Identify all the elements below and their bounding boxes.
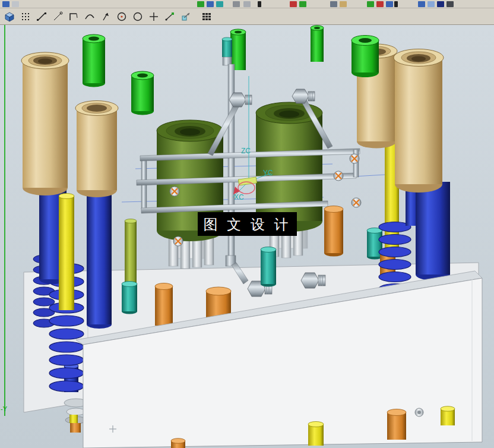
- support-orange[interactable]: [324, 206, 343, 257]
- cap-screw-green[interactable]: [311, 26, 324, 62]
- bottom-screw-yellow[interactable]: [441, 406, 455, 425]
- shoulder-bolt-green[interactable]: [83, 34, 105, 87]
- guide-pin-left-inner[interactable]: [87, 189, 112, 329]
- point-set-icon[interactable]: [18, 9, 33, 24]
- clipped-toolbar-icon[interactable]: [394, 1, 398, 7]
- watermark-text: 图 文 设 计: [204, 216, 291, 233]
- pipe-plug-screw[interactable]: [173, 236, 183, 246]
- watermark: 图 文 设 计: [198, 212, 297, 236]
- clipped-toolbar-icon[interactable]: [216, 1, 223, 7]
- clipped-toolbar-icon[interactable]: [207, 1, 214, 7]
- cap-screw-green[interactable]: [230, 29, 246, 70]
- inferred-line-icon[interactable]: [50, 9, 65, 24]
- pipe-plug-screw[interactable]: [170, 187, 179, 196]
- guide-bushing-right-outer[interactable]: [394, 49, 444, 193]
- viewport-canvas[interactable]: -Y: [0, 25, 494, 448]
- clipped-toolbar-icon[interactable]: [258, 1, 261, 7]
- pipe-plug-screw[interactable]: [352, 198, 361, 207]
- hex-coupling[interactable]: [301, 273, 325, 288]
- profile-icon[interactable]: [66, 9, 81, 24]
- support-orange[interactable]: [155, 283, 173, 326]
- shoulder-bolt-green[interactable]: [131, 71, 154, 115]
- clipped-toolbar-icon[interactable]: [243, 1, 251, 7]
- clipped-toolbar-icon[interactable]: [437, 1, 444, 7]
- return-pin-yellow-left[interactable]: [59, 194, 74, 311]
- clipped-toolbar-icon[interactable]: [446, 1, 454, 7]
- clipped-toolbar-icon[interactable]: [330, 1, 337, 7]
- sketch-toolbar: [0, 8, 494, 25]
- bottom-screw-orange[interactable]: [171, 438, 185, 448]
- toolbar-separator: [194, 10, 198, 23]
- cad-application-window: -Y: [0, 0, 494, 448]
- clipped-toolbar-icon[interactable]: [418, 1, 425, 7]
- two-point-line-icon[interactable]: [162, 9, 178, 24]
- datum-csys-icon[interactable]: [178, 9, 194, 24]
- axis-label: -Y: [1, 405, 8, 412]
- clipped-toolbar-icon[interactable]: [367, 1, 374, 7]
- fitting-teal-center[interactable]: [261, 247, 276, 287]
- clipped-toolbar-icon[interactable]: [12, 1, 19, 7]
- bottom-screw-orange[interactable]: [387, 409, 406, 440]
- clipped-toolbar-icon[interactable]: [428, 1, 435, 7]
- clipped-toolbar-icon[interactable]: [197, 1, 204, 7]
- quick-pick-arrow-icon[interactable]: [98, 9, 113, 24]
- line-icon[interactable]: [34, 9, 49, 24]
- orient-view-icon[interactable]: [2, 9, 17, 24]
- guide-bushing-left-inner[interactable]: [75, 101, 118, 198]
- clipped-toolbar-icon[interactable]: [2, 1, 10, 7]
- clipped-toolbar-icon[interactable]: [233, 1, 240, 7]
- wcs-x-label: XC: [234, 193, 244, 201]
- grid-icon[interactable]: [199, 9, 214, 24]
- clipped-toolbar-strip: [0, 0, 494, 8]
- graphics-viewport[interactable]: -Y: [0, 25, 494, 448]
- arc-icon[interactable]: [82, 9, 97, 24]
- clipped-toolbar-icon[interactable]: [376, 1, 384, 7]
- plate-bolt-head[interactable]: [415, 408, 423, 417]
- cap-screw-green-large[interactable]: [352, 36, 379, 78]
- point-icon[interactable]: [146, 9, 162, 24]
- guide-pin-right-outer[interactable]: [416, 182, 450, 280]
- guide-bushing-left-outer[interactable]: [21, 52, 69, 195]
- circle-center-icon[interactable]: [114, 9, 129, 24]
- fitting-teal[interactable]: [122, 282, 137, 314]
- wcs-z-label: ZC: [241, 147, 251, 155]
- pipe-plug-screw[interactable]: [334, 171, 343, 181]
- clipped-toolbar-icon[interactable]: [340, 1, 347, 7]
- pipe-plug-screw[interactable]: [350, 154, 359, 163]
- ejector-pin-lime[interactable]: [125, 219, 137, 283]
- bottom-screw-yellow[interactable]: [308, 422, 324, 446]
- clipped-toolbar-icon[interactable]: [386, 1, 393, 7]
- clipped-toolbar-icon[interactable]: [299, 1, 306, 7]
- clipped-toolbar-icon[interactable]: [290, 1, 297, 7]
- circle-icon[interactable]: [130, 9, 145, 24]
- wcs-y-label: YC: [263, 169, 273, 177]
